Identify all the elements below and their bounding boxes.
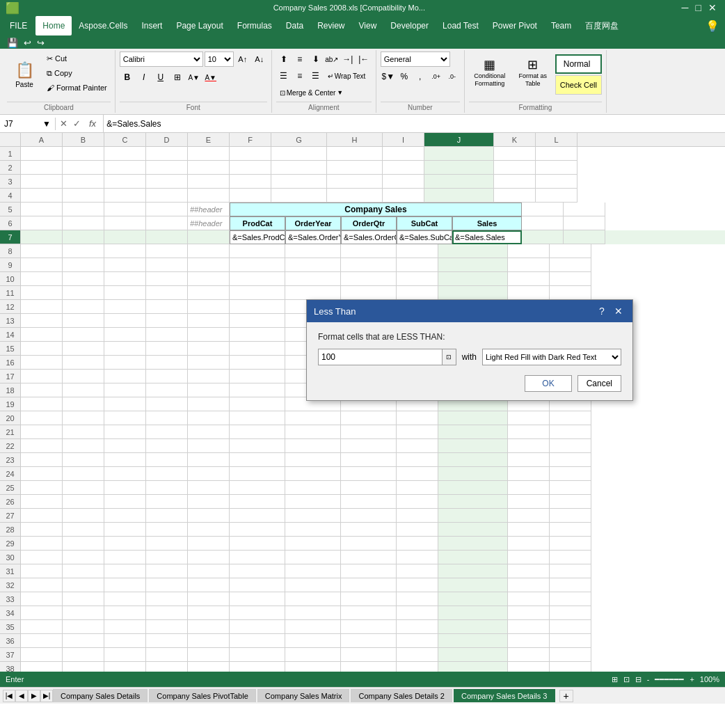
cell-c23[interactable] — [104, 453, 146, 467]
cell-d10[interactable] — [146, 272, 188, 286]
row-header-23[interactable]: 23 — [0, 453, 20, 467]
save-quick-btn[interactable]: 💾 — [6, 38, 19, 48]
baidu-tab[interactable]: 百度网盘 — [578, 16, 626, 35]
sheet-tab-4[interactable]: Company Sales Details 2 — [351, 689, 452, 702]
cell-k24[interactable] — [508, 467, 550, 481]
review-tab[interactable]: Review — [310, 16, 351, 35]
row-header-36[interactable]: 36 — [0, 634, 20, 648]
row-header-27[interactable]: 27 — [0, 509, 20, 523]
cell-b5[interactable] — [63, 203, 104, 216]
row-header-6[interactable]: 6 — [0, 216, 20, 230]
cell-g31[interactable] — [285, 564, 341, 578]
cell-f25[interactable] — [230, 481, 285, 495]
cell-l3[interactable] — [536, 175, 577, 189]
dialog-cancel-button[interactable]: Cancel — [577, 375, 621, 392]
cell-l31[interactable] — [550, 564, 591, 578]
cell-d17[interactable] — [146, 370, 188, 383]
cell-a25[interactable] — [21, 481, 63, 495]
increase-font-btn[interactable]: A↑ — [235, 52, 250, 67]
currency-btn[interactable]: $▼ — [381, 69, 396, 84]
cell-f17[interactable] — [230, 370, 285, 383]
cell-l26[interactable] — [550, 495, 591, 509]
conditional-formatting-button[interactable]: ▦ Conditional Formatting — [469, 52, 511, 93]
cell-e18[interactable] — [188, 383, 230, 397]
cell-f13[interactable] — [230, 314, 285, 328]
cell-l23[interactable] — [550, 453, 591, 467]
cell-c3[interactable] — [104, 175, 146, 189]
cell-f24[interactable] — [230, 467, 285, 481]
tab-nav-prev[interactable]: ◀ — [15, 690, 28, 702]
cell-c22[interactable] — [104, 439, 146, 453]
cell-e22[interactable] — [188, 439, 230, 453]
cell-g37[interactable] — [285, 648, 341, 662]
cell-orderyear-data[interactable]: &=Sales.OrderYear — [285, 230, 341, 244]
cell-l6[interactable] — [564, 216, 605, 230]
cell-a11[interactable] — [21, 286, 63, 300]
cell-c27[interactable] — [104, 509, 146, 523]
cell-d8[interactable] — [146, 244, 188, 258]
cut-button[interactable]: ✂ Cut — [43, 52, 111, 65]
percent-btn[interactable]: % — [397, 69, 412, 84]
minimize-icon[interactable]: ─ — [679, 2, 692, 13]
cell-l34[interactable] — [550, 606, 591, 620]
cell-a6[interactable] — [21, 216, 63, 230]
cell-a20[interactable] — [21, 411, 63, 425]
row-header-7[interactable]: 7 — [0, 230, 20, 244]
col-header-d[interactable]: D — [146, 133, 188, 146]
cell-i37[interactable] — [397, 648, 438, 662]
dialog-ok-button[interactable]: OK — [525, 375, 571, 392]
cell-prodcat-header[interactable]: ProdCat — [230, 216, 285, 230]
cell-i10[interactable] — [397, 272, 438, 286]
cell-subcat-header[interactable]: SubCat — [397, 216, 452, 230]
cell-h25[interactable] — [341, 481, 397, 495]
cell-j10[interactable] — [438, 272, 508, 286]
cell-a9[interactable] — [21, 258, 63, 272]
cell-f19[interactable] — [230, 397, 285, 411]
cell-b4[interactable] — [63, 189, 104, 203]
check-cell-button[interactable]: Check Cell — [555, 75, 602, 95]
cell-d18[interactable] — [146, 383, 188, 397]
cell-i4[interactable] — [383, 189, 424, 203]
team-tab[interactable]: Team — [544, 16, 578, 35]
row-header-32[interactable]: 32 — [0, 578, 20, 592]
cell-e37[interactable] — [188, 648, 230, 662]
col-header-k[interactable]: K — [494, 133, 536, 146]
cell-b11[interactable] — [63, 286, 104, 300]
cell-a22[interactable] — [21, 439, 63, 453]
cell-g2[interactable] — [271, 161, 327, 175]
zoom-slider[interactable]: ━━━━━━ — [655, 675, 684, 684]
cell-f26[interactable] — [230, 495, 285, 509]
cell-k27[interactable] — [508, 509, 550, 523]
cell-f12[interactable] — [230, 300, 285, 314]
col-header-f[interactable]: F — [230, 133, 271, 146]
cell-f30[interactable] — [230, 551, 285, 564]
cell-c24[interactable] — [104, 467, 146, 481]
cell-b21[interactable] — [63, 425, 104, 439]
row-header-20[interactable]: 20 — [0, 411, 20, 425]
cell-b13[interactable] — [63, 314, 104, 328]
close-icon[interactable]: ✕ — [706, 2, 719, 13]
cell-j31[interactable] — [438, 564, 508, 578]
cell-c35[interactable] — [104, 620, 146, 634]
add-sheet-button[interactable]: + — [559, 690, 573, 702]
cell-c37[interactable] — [104, 648, 146, 662]
cell-b30[interactable] — [63, 551, 104, 564]
cell-l29[interactable] — [550, 537, 591, 551]
cell-l24[interactable] — [550, 467, 591, 481]
cell-b27[interactable] — [63, 509, 104, 523]
cell-f2[interactable] — [230, 161, 271, 175]
cell-a14[interactable] — [21, 328, 63, 342]
cell-k30[interactable] — [508, 551, 550, 564]
cell-b9[interactable] — [63, 258, 104, 272]
cell-b29[interactable] — [63, 537, 104, 551]
cell-h1[interactable] — [327, 147, 383, 161]
cell-d22[interactable] — [146, 439, 188, 453]
row-header-16[interactable]: 16 — [0, 356, 20, 370]
cell-e4[interactable] — [188, 189, 230, 203]
cell-e26[interactable] — [188, 495, 230, 509]
cell-c20[interactable] — [104, 411, 146, 425]
cell-c36[interactable] — [104, 634, 146, 648]
cell-d20[interactable] — [146, 411, 188, 425]
cell-a33[interactable] — [21, 592, 63, 606]
align-right-btn[interactable]: ☰ — [308, 68, 324, 84]
